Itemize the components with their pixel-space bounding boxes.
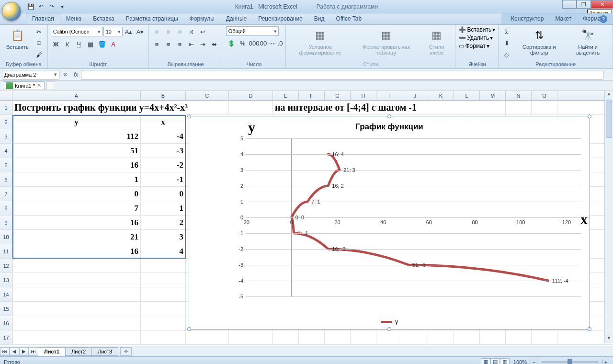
increase-decimal-icon[interactable]: .00→ [261,38,271,48]
column-header-N[interactable]: N [506,91,532,100]
sheet-nav-last[interactable]: ⏭ [29,347,38,356]
align-middle-icon[interactable]: ≡ [163,26,174,37]
cell-A1[interactable]: Построить график функции y=4x+4x²-x³ [12,101,229,114]
cell-A14[interactable] [12,287,141,301]
qat-save-icon[interactable]: 💾 [26,2,35,11]
find-select-button[interactable]: 🔭Найти и выделить [566,26,610,57]
resize-handle-n[interactable] [387,114,391,118]
cell-D1[interactable] [229,101,273,114]
cell-E1[interactable]: на интервале от [-4;4] с шагом -1 [273,101,506,114]
chart-object[interactable]: График функции y x -5-4-3-2-1012345-2002… [189,116,590,330]
cell-N1[interactable] [506,101,532,114]
column-header-J[interactable]: J [402,91,428,100]
grow-font-icon[interactable]: A▴ [124,26,134,37]
cell-B4[interactable]: -3 [141,144,186,158]
cell-L17[interactable] [454,330,480,344]
column-header-I[interactable]: I [376,91,402,100]
wrap-text-icon[interactable]: ↩ [198,26,208,37]
row-header[interactable]: 2 [0,115,12,129]
cell-M17[interactable] [480,330,506,344]
align-top-icon[interactable]: ≡ [152,26,162,37]
cell-H17[interactable] [351,330,376,344]
column-header-F[interactable]: F [299,91,325,100]
tab-menu[interactable]: Меню [60,13,87,24]
cell-K17[interactable] [428,330,454,344]
column-header-G[interactable]: G [325,91,351,100]
cell-A10[interactable]: 21 [12,230,141,244]
cell-A12[interactable] [12,259,141,273]
select-all-corner[interactable] [0,91,12,100]
cell-N17[interactable] [506,330,532,344]
zoom-slider[interactable] [541,361,599,363]
percent-icon[interactable]: % [238,38,248,48]
cell-B9[interactable]: 2 [141,216,186,229]
cell-B15[interactable] [141,302,186,316]
merge-icon[interactable]: ⬌ [209,39,220,49]
border-icon[interactable]: ▦ [85,39,96,49]
number-format-combo[interactable]: Общий [226,26,279,36]
tab-insert[interactable]: Вставка [87,13,120,24]
row-header[interactable]: 5 [0,158,12,172]
row-header[interactable]: 4 [0,144,12,158]
window-close-button[interactable]: ✕ [591,0,613,9]
indent-decrease-icon[interactable]: ⇤ [186,39,197,49]
cell-A8[interactable]: 7 [12,201,141,215]
cell-B5[interactable]: -2 [141,158,186,172]
row-header[interactable]: 7 [0,187,12,201]
format-cells-button[interactable]: ▭Формат▾ [459,43,495,49]
sheet-nav-prev[interactable]: ◀ [10,347,19,356]
row-header[interactable]: 10 [0,230,12,244]
scroll-up-icon[interactable]: ▲ [605,91,613,99]
decrease-decimal-icon[interactable]: ←.0 [272,38,283,48]
autosum-icon[interactable]: Σ [501,26,512,37]
column-header-B[interactable]: B [141,91,186,100]
cell-A7[interactable]: 0 [12,187,141,201]
row-header[interactable]: 11 [0,244,12,258]
cancel-icon[interactable]: ✕ [59,71,71,78]
copy-icon[interactable]: ⧉ [34,38,45,48]
qat-undo-icon[interactable]: ↶ [36,2,46,11]
office-button[interactable] [2,2,21,21]
chart-plot-area[interactable]: -5-4-3-2-1012345-2002040608010012016; 42… [193,134,586,311]
cell-A5[interactable]: 16 [12,158,141,172]
cell-I17[interactable] [376,330,402,344]
cell-B7[interactable]: 0 [141,187,186,201]
row-header[interactable]: 12 [0,259,12,273]
sheet-tab-1[interactable]: Лист1 [38,347,66,356]
resize-handle-nw[interactable] [187,114,191,118]
row-header[interactable]: 8 [0,201,12,215]
row-header[interactable]: 16 [0,316,12,330]
view-normal-icon[interactable]: ▦ [481,358,490,364]
tab-review[interactable]: Рецензирование [252,13,308,24]
cell-B13[interactable] [141,273,186,287]
row-header[interactable]: 6 [0,172,12,186]
zoom-level[interactable]: 100% [513,359,527,364]
cell-A9[interactable]: 16 [12,216,141,229]
resize-handle-sw[interactable] [187,327,191,331]
tab-layout[interactable]: Макет [549,13,577,24]
cell-O17[interactable] [532,330,557,344]
zoom-out-button[interactable]: − [531,359,537,364]
cell-B6[interactable]: -1 [141,172,186,186]
conditional-formatting-button[interactable]: ▦Условное форматирование [289,26,352,57]
tab-page-layout[interactable]: Разметка страницы [120,13,184,24]
sheet-tab-3[interactable]: Лист3 [91,347,118,356]
cell-A15[interactable] [12,302,141,316]
column-header-C[interactable]: C [186,91,229,100]
row-header[interactable]: 14 [0,287,12,301]
fill-color-icon[interactable]: 🪣 [97,39,107,49]
row-header[interactable]: 15 [0,302,12,316]
font-color-icon[interactable]: A [108,39,119,49]
cell-J17[interactable] [402,330,428,344]
cell-B16[interactable] [141,316,186,330]
clear-icon[interactable]: ◇ [501,49,512,60]
qat-customize-icon[interactable]: ▾ [57,2,67,11]
worksheet-grid[interactable]: ABCDEFGHIJKLMNO 1Построить график функци… [0,91,613,346]
cell-A17[interactable] [12,330,141,344]
align-center-icon[interactable]: ≡ [163,39,174,49]
column-header-D[interactable]: D [229,91,273,100]
cell-styles-button[interactable]: ▦Стили ячеек [420,26,453,57]
format-as-table-button[interactable]: ▦Форматировать как таблицу [354,26,419,57]
format-painter-icon[interactable]: 🖌 [34,49,45,60]
cell-B17[interactable] [141,330,186,344]
